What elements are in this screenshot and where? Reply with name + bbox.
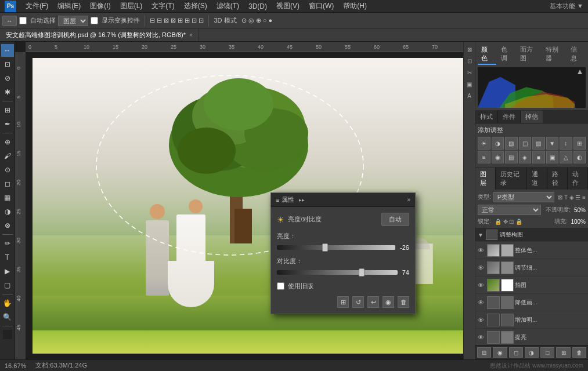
gradient-tool[interactable]: ▦ bbox=[1, 191, 14, 204]
layers-tab-paths[interactable]: 路径 bbox=[547, 168, 568, 190]
tab-info[interactable]: 信息 bbox=[567, 44, 586, 65]
layers-tab-layers[interactable]: 图层 bbox=[475, 168, 496, 190]
adj-channel-mixer-icon[interactable]: ≡ bbox=[478, 151, 490, 163]
layer-item-5[interactable]: 👁 提亮 bbox=[475, 329, 588, 345]
style-tab-adjustments[interactable]: 件件 bbox=[498, 111, 521, 123]
shape-tool[interactable]: ▢ bbox=[1, 279, 14, 292]
layer-eye-3[interactable]: 👁 bbox=[478, 299, 486, 306]
layer-item-4[interactable]: 👁 增加明... bbox=[475, 311, 588, 329]
eraser-tool[interactable]: ◻ bbox=[1, 177, 14, 190]
dialog-undo-icon[interactable]: ↩ bbox=[367, 296, 379, 308]
auto-select-dropdown[interactable]: 图层 bbox=[58, 16, 88, 26]
dialog-grid-icon[interactable]: ⊞ bbox=[337, 296, 349, 308]
layer-eye-1[interactable]: 👁 bbox=[478, 264, 486, 271]
menu-layer[interactable]: 图层(L) bbox=[116, 0, 147, 12]
style-tab-style[interactable]: 样式 bbox=[475, 111, 498, 123]
new-group-btn[interactable]: □ bbox=[540, 347, 554, 358]
layer-eye-4[interactable]: 👁 bbox=[478, 317, 486, 323]
adj-posterize-icon[interactable]: ◈ bbox=[519, 151, 532, 163]
adj-selective-color-icon[interactable]: ▣ bbox=[546, 151, 559, 163]
secondary-btn-2[interactable]: ⊡ bbox=[464, 56, 475, 66]
layer-eye-5[interactable]: 👁 bbox=[478, 334, 486, 341]
new-adj-layer-btn[interactable]: ◑ bbox=[525, 347, 539, 358]
adj-colorbalance-icon[interactable]: ▼ bbox=[546, 137, 559, 150]
adj-threshold-icon[interactable]: ■ bbox=[532, 151, 545, 163]
menu-select[interactable]: 选择(S) bbox=[179, 0, 212, 12]
adj-exposure-icon[interactable]: ▨ bbox=[505, 137, 518, 150]
tab-navigator[interactable]: 特别器 bbox=[542, 44, 567, 65]
brush-tool[interactable]: 🖌 bbox=[1, 150, 14, 162]
move-tool[interactable]: ↔ bbox=[1, 44, 14, 57]
layer-group-header[interactable]: ▼ 调整枸图 bbox=[475, 228, 588, 242]
crop-tool[interactable]: ⊞ bbox=[1, 104, 14, 117]
layer-item-1[interactable]: 👁 调节细... bbox=[475, 259, 588, 277]
tab-color[interactable]: 颜色 bbox=[478, 44, 496, 65]
menu-3d[interactable]: 3D(D) bbox=[244, 1, 272, 12]
menu-edit[interactable]: 编辑(E) bbox=[53, 0, 85, 12]
adj-gradient-map-icon[interactable]: △ bbox=[560, 151, 572, 163]
add-style-btn[interactable]: ◉ bbox=[493, 347, 507, 358]
style-tab-masks[interactable]: 掉信 bbox=[521, 111, 543, 123]
path-select-tool[interactable]: ▶ bbox=[1, 265, 14, 278]
layer-item-0[interactable]: 👁 整体色... bbox=[475, 242, 588, 259]
menu-file[interactable]: 文件(F) bbox=[21, 0, 53, 12]
adj-vibrance-icon[interactable]: ◫ bbox=[519, 137, 532, 150]
hand-tool[interactable]: 🖐 bbox=[1, 297, 14, 310]
add-mask-btn[interactable]: ◻ bbox=[509, 347, 523, 358]
blend-mode-select[interactable]: 正常 bbox=[478, 205, 541, 215]
dialog-eye-icon[interactable]: ◉ bbox=[383, 296, 394, 308]
auto-select-checkbox[interactable] bbox=[19, 17, 27, 24]
contrast-slider-thumb[interactable] bbox=[359, 268, 365, 277]
menu-window[interactable]: 窗口(W) bbox=[304, 0, 338, 12]
heal-tool[interactable]: ⊕ bbox=[1, 136, 14, 148]
layers-tab-history[interactable]: 历史记录 bbox=[496, 168, 526, 190]
tab-close-btn[interactable]: × bbox=[189, 32, 193, 38]
secondary-btn-3[interactable]: ✂ bbox=[464, 67, 475, 78]
adj-brightness-icon[interactable]: ☀ bbox=[478, 137, 490, 150]
tab-histogram[interactable]: 面方图 bbox=[517, 44, 541, 65]
dialog-trash-icon[interactable]: 🗑 bbox=[398, 296, 409, 308]
brightness-slider-thumb[interactable] bbox=[322, 243, 328, 252]
zoom-tool[interactable]: 🔍 bbox=[1, 311, 14, 323]
pen-tool[interactable]: ✏ bbox=[1, 237, 14, 250]
document-tab[interactable]: 安文超高端修图培训机构.psd @ 16.7% (调整树的对比, RGB/8)*… bbox=[0, 29, 199, 41]
menu-help[interactable]: 帮助(H) bbox=[338, 0, 371, 12]
magic-wand-tool[interactable]: ✱ bbox=[1, 86, 14, 99]
contrast-slider-track[interactable] bbox=[277, 270, 398, 275]
menu-filter[interactable]: 滤镜(T) bbox=[212, 0, 244, 12]
foreground-color[interactable] bbox=[3, 330, 12, 339]
layers-tab-channels[interactable]: 通道 bbox=[527, 168, 547, 190]
adj-invert-icon[interactable]: ▤ bbox=[505, 151, 518, 163]
brightness-slider-track[interactable] bbox=[277, 245, 395, 250]
auto-button[interactable]: 自动 bbox=[381, 213, 409, 226]
menu-text[interactable]: 文字(T) bbox=[147, 0, 179, 12]
dialog-rotate-icon[interactable]: ↺ bbox=[352, 296, 364, 308]
delete-layer-btn[interactable]: 🗑 bbox=[572, 347, 586, 358]
marquee-tool[interactable]: ⊡ bbox=[1, 58, 14, 71]
menu-view[interactable]: 视图(V) bbox=[272, 0, 304, 12]
secondary-btn-5[interactable]: A bbox=[464, 90, 475, 101]
adj-levels-icon[interactable]: ◐ bbox=[573, 151, 586, 163]
adj-blackwhite-icon[interactable]: ↕ bbox=[560, 137, 572, 150]
adj-photo-filter-icon[interactable]: ⊞ bbox=[573, 137, 586, 150]
type-tool[interactable]: T bbox=[1, 251, 14, 264]
transform-checkbox[interactable] bbox=[91, 17, 98, 24]
menu-image[interactable]: 图像(I) bbox=[85, 0, 115, 12]
lasso-tool[interactable]: ⊘ bbox=[1, 72, 14, 85]
secondary-btn-4[interactable]: ▣ bbox=[464, 79, 475, 89]
clone-stamp-tool[interactable]: ⊙ bbox=[1, 163, 14, 176]
tab-tone[interactable]: 色调 bbox=[497, 44, 516, 65]
move-tool-indicator[interactable]: ↔ bbox=[2, 16, 17, 26]
layer-kind-select[interactable]: P类型 bbox=[493, 192, 555, 202]
layer-eye-2[interactable]: 👁 bbox=[478, 282, 486, 289]
dialog-panel-expand[interactable]: » bbox=[407, 197, 410, 203]
layer-eye-0[interactable]: 👁 bbox=[478, 247, 486, 254]
adj-hsl-icon[interactable]: ▧ bbox=[532, 137, 545, 150]
layer-item-3[interactable]: 👁 降低画... bbox=[475, 294, 588, 311]
layers-tab-actions[interactable]: 动作 bbox=[568, 168, 588, 190]
blur-tool[interactable]: ◑ bbox=[1, 205, 14, 218]
layer-item-2[interactable]: 👁 拍图 bbox=[475, 277, 588, 294]
dodge-tool[interactable]: ⊗ bbox=[1, 219, 14, 232]
new-layer-btn[interactable]: ⊞ bbox=[556, 347, 570, 358]
link-layers-btn[interactable]: ⊟ bbox=[477, 347, 491, 358]
